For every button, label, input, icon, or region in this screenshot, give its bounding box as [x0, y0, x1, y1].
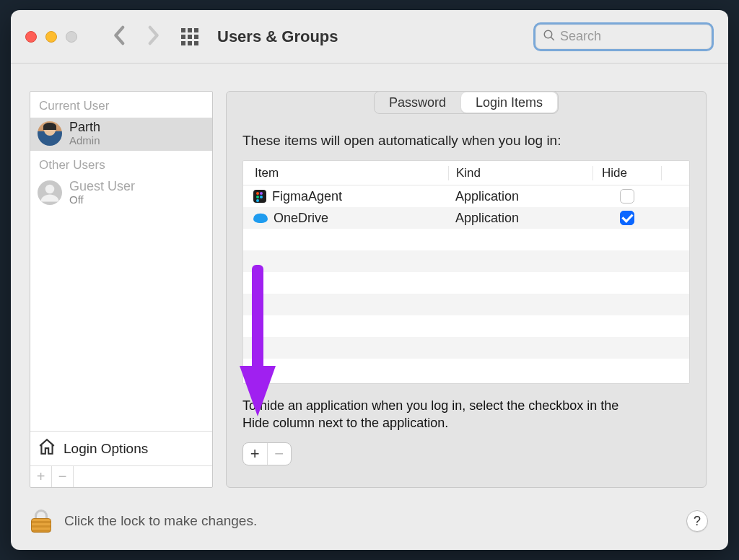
login-options-label: Login Options — [64, 441, 148, 457]
table-row — [243, 359, 689, 380]
item-name: FigmaAgent — [272, 189, 342, 204]
remove-login-item-button[interactable]: − — [267, 443, 292, 465]
footer: Click the lock to make changes. ? — [11, 502, 728, 550]
login-options-button[interactable]: Login Options — [30, 431, 212, 465]
close-window-button[interactable] — [25, 31, 37, 43]
minimize-window-button[interactable] — [45, 31, 57, 43]
content-area: Current User Parth Admin Other Users Gue… — [11, 64, 728, 502]
user-name: Guest User — [69, 180, 135, 194]
svg-point-2 — [45, 185, 55, 194]
back-button[interactable] — [113, 25, 126, 48]
search-field-container[interactable] — [533, 22, 714, 51]
forward-button — [147, 25, 159, 48]
current-user-section-label: Current User — [30, 92, 212, 118]
table-row[interactable]: FigmaAgent Application — [243, 185, 689, 207]
titlebar: Users & Groups — [11, 10, 728, 64]
table-row — [243, 272, 689, 294]
show-all-prefs-button[interactable] — [181, 28, 198, 45]
col-kind[interactable]: Kind — [448, 166, 592, 180]
tab-password[interactable]: Password — [375, 92, 460, 113]
col-item[interactable]: Item — [243, 166, 448, 180]
app-icon — [253, 190, 266, 203]
add-login-item-button[interactable]: + — [243, 443, 267, 465]
table-header: Item Kind Hide — [243, 161, 689, 185]
hide-checkbox[interactable] — [620, 189, 634, 204]
sidebar-user-current[interactable]: Parth Admin — [30, 118, 212, 151]
lock-button[interactable] — [31, 509, 51, 533]
col-hide[interactable]: Hide — [592, 166, 662, 180]
help-button[interactable]: ? — [686, 510, 708, 532]
svg-point-0 — [544, 30, 552, 38]
add-user-button[interactable]: + — [30, 466, 52, 487]
item-kind: Application — [448, 189, 592, 204]
table-row — [243, 294, 689, 315]
login-items-intro: These items will open automatically when… — [242, 133, 690, 149]
user-role: Admin — [69, 135, 100, 147]
table-row — [243, 315, 689, 337]
app-icon — [253, 213, 268, 223]
home-icon — [38, 437, 56, 460]
other-users-section-label: Other Users — [30, 151, 212, 177]
main-panel: Password Login Items These items will op… — [226, 91, 707, 488]
item-kind: Application — [448, 211, 592, 226]
login-items-table: Item Kind Hide FigmaAgent Application — [242, 160, 690, 384]
search-input[interactable] — [560, 29, 704, 44]
lock-hint-text: Click the lock to make changes. — [64, 513, 257, 529]
avatar-icon — [38, 180, 62, 205]
avatar-icon — [38, 121, 62, 146]
tabs: Password Login Items — [374, 91, 559, 114]
zoom-window-button — [66, 31, 77, 43]
table-row[interactable]: OneDrive Application — [243, 207, 689, 229]
search-icon — [543, 29, 560, 45]
user-name: Parth — [69, 121, 100, 135]
login-items-add-remove: + − — [242, 442, 292, 465]
window-title: Users & Groups — [217, 27, 338, 46]
sidebar-add-remove: + − — [30, 465, 212, 487]
table-row — [243, 229, 689, 250]
nav-buttons — [113, 25, 159, 48]
item-name: OneDrive — [274, 211, 328, 226]
hide-hint-text: To hide an application when you log in, … — [242, 397, 647, 432]
tab-login-items[interactable]: Login Items — [461, 92, 557, 113]
table-row — [243, 337, 689, 359]
svg-line-1 — [551, 37, 554, 40]
hide-checkbox[interactable] — [620, 211, 634, 225]
users-sidebar: Current User Parth Admin Other Users Gue… — [30, 91, 213, 488]
preferences-window: Users & Groups Current User Parth Admin … — [11, 10, 728, 550]
table-row — [243, 250, 689, 272]
sidebar-user-guest[interactable]: Guest User Off — [30, 177, 212, 210]
window-controls — [25, 31, 77, 43]
remove-user-button[interactable]: − — [52, 466, 74, 487]
user-role: Off — [69, 194, 135, 206]
